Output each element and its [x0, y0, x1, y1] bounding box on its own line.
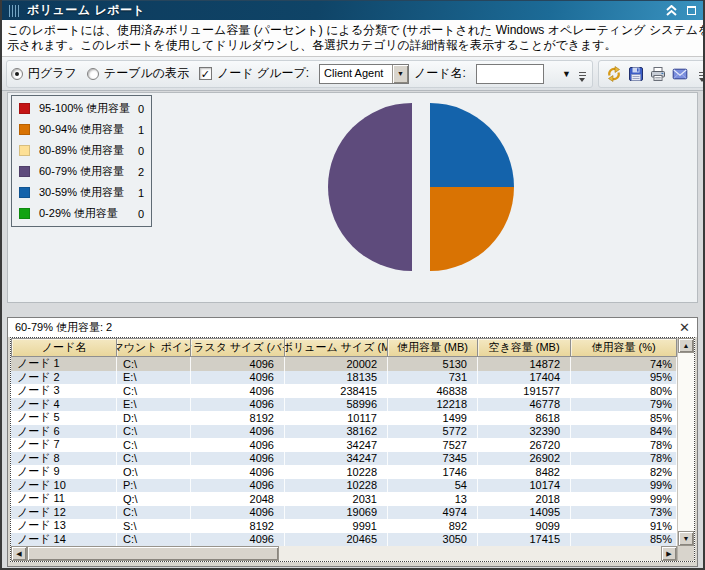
cell-volume-size: 34247	[285, 438, 388, 452]
legend-label: 0-29% 使用容量	[39, 206, 134, 221]
cell-volume-size: 10228	[285, 465, 388, 479]
maximize-icon[interactable]	[687, 6, 696, 15]
legend-item[interactable]: 95-100% 使用容量 0	[12, 98, 151, 119]
legend-count: 0	[134, 145, 144, 157]
horizontal-scroll-thumb[interactable]	[27, 546, 279, 561]
column-header-node-name[interactable]: ノード名	[11, 338, 117, 357]
check-icon: ✓	[201, 69, 210, 79]
legend-item[interactable]: 80-89% 使用容量 0	[12, 140, 151, 161]
pie-chart-radio-label[interactable]: 円グラフ	[28, 65, 77, 82]
table-row[interactable]: ノード 3 C:\ 4096 238415 46838 191577 80%	[11, 384, 677, 398]
legend-swatch	[19, 103, 30, 114]
cell-mount-point: P:\	[117, 479, 191, 493]
cell-used-mb: 13	[388, 492, 478, 506]
cell-volume-size: 34247	[285, 452, 388, 466]
toolbar-overflow-icon[interactable]	[577, 62, 588, 86]
legend-label: 60-79% 使用容量	[39, 164, 134, 179]
cell-volume-size: 58996	[285, 398, 388, 412]
column-header-free-mb[interactable]: 空き容量 (MB)	[478, 338, 571, 357]
drilldown-panel: 60-79% 使用容量: 2 ✕ ノード名 マウント ポイン クラスタ サイズ …	[7, 317, 698, 567]
cell-cluster-size: 4096	[191, 533, 285, 547]
cell-free-mb: 32390	[478, 425, 571, 439]
pie-slice-1[interactable]	[430, 187, 514, 271]
cell-used-mb: 1746	[388, 465, 478, 479]
email-icon[interactable]	[672, 66, 688, 82]
save-icon[interactable]	[628, 66, 644, 82]
refresh-icon[interactable]	[606, 66, 622, 82]
table-row[interactable]: ノード 5 D:\ 8192 10117 1499 8618 85%	[11, 411, 677, 425]
cell-free-mb: 10174	[478, 479, 571, 493]
column-header-volume-size[interactable]: ボリューム サイズ (M	[285, 338, 388, 357]
legend-label: 90-94% 使用容量	[39, 122, 134, 137]
cell-used-mb: 12218	[388, 398, 478, 412]
cell-used-mb: 7345	[388, 452, 478, 466]
legend-item[interactable]: 90-94% 使用容量 1	[12, 119, 151, 140]
close-icon[interactable]: ✕	[679, 321, 690, 334]
chevron-down-icon[interactable]: ▼	[392, 65, 408, 83]
pie-chart-radio[interactable]	[11, 68, 23, 80]
cell-cluster-size: 4096	[191, 425, 285, 439]
legend-count: 1	[134, 124, 144, 136]
table-row[interactable]: ノード 11 Q:\ 2048 2031 13 2018 99%	[11, 492, 677, 506]
volume-report-window: ボリューム レポート このレポートには、使用済みボリューム容量 (パーセント) …	[0, 0, 705, 570]
pie-slice-4[interactable]	[430, 103, 514, 187]
cell-used-mb: 46838	[388, 384, 478, 398]
cell-cluster-size: 4096	[191, 384, 285, 398]
column-header-cluster-size[interactable]: クラスタ サイズ (バイ	[191, 338, 285, 357]
table-row[interactable]: ノード 14 C:\ 4096 20465 3050 17415 85%	[11, 533, 677, 547]
legend-label: 95-100% 使用容量	[39, 101, 134, 116]
node-name-dropdown-icon[interactable]: ▼	[562, 69, 571, 79]
cell-node-name: ノード 4	[11, 398, 117, 412]
title-bar: ボリューム レポート	[2, 0, 703, 20]
table-view-radio[interactable]	[87, 68, 99, 80]
cell-cluster-size: 4096	[191, 506, 285, 520]
node-name-input[interactable]	[476, 64, 544, 84]
cell-mount-point: C:\	[117, 357, 191, 371]
description-line2: 示されます。このレポートを使用してドリルダウンし、各選択カテゴリの詳細情報を表示…	[7, 38, 698, 53]
actions-overflow-icon[interactable]	[697, 62, 705, 86]
column-header-mount-point[interactable]: マウント ポイン	[117, 338, 191, 357]
column-header-used-mb[interactable]: 使用容量 (MB)	[388, 338, 478, 357]
cell-cluster-size: 4096	[191, 479, 285, 493]
legend-item[interactable]: 0-29% 使用容量 0	[12, 203, 151, 224]
table-row[interactable]: ノード 7 C:\ 4096 34247 7527 26720 78%	[11, 438, 677, 452]
node-group-checkbox[interactable]: ✓	[199, 67, 212, 80]
cell-used-mb: 1499	[388, 411, 478, 425]
legend-item[interactable]: 30-59% 使用容量 1	[12, 182, 151, 203]
table-row[interactable]: ノード 13 S:\ 8192 9991 892 9099 91%	[11, 519, 677, 533]
cell-used-mb: 5772	[388, 425, 478, 439]
scroll-down-icon[interactable]: ▼	[678, 531, 694, 546]
cell-mount-point: C:\	[117, 438, 191, 452]
table-row[interactable]: ノード 1 C:\ 4096 20002 5130 14872 74%	[11, 357, 677, 371]
scroll-up-icon[interactable]: ▲	[678, 338, 694, 353]
legend-item[interactable]: 60-79% 使用容量 2	[12, 161, 151, 182]
chart-legend: 95-100% 使用容量 0 90-94% 使用容量 1 80-89% 使用容量…	[11, 95, 152, 227]
table-row[interactable]: ノード 6 C:\ 4096 38162 5772 32390 84%	[11, 425, 677, 439]
scroll-left-icon[interactable]: ◀	[11, 546, 27, 561]
vertical-scrollbar[interactable]: ▲ ▼	[677, 338, 694, 546]
table-row[interactable]: ノード 2 E:\ 4096 18135 731 17404 95%	[11, 371, 677, 385]
pie-slice-3[interactable]	[328, 103, 412, 271]
cell-volume-size: 19069	[285, 506, 388, 520]
table-row[interactable]: ノード 4 E:\ 4096 58996 12218 46778 79%	[11, 398, 677, 412]
table-view-radio-label[interactable]: テーブルの表示	[104, 65, 189, 82]
print-icon[interactable]	[650, 66, 666, 82]
table-row[interactable]: ノード 8 C:\ 4096 34247 7345 26902 78%	[11, 452, 677, 466]
cell-free-mb: 17415	[478, 533, 571, 547]
collapse-icon[interactable]	[665, 5, 678, 16]
vertical-scroll-track[interactable]	[678, 353, 694, 531]
table-row[interactable]: ノード 9 O:\ 4096 10228 1746 8482 82%	[11, 465, 677, 479]
table-row[interactable]: ノード 10 P:\ 4096 10228 54 10174 99%	[11, 479, 677, 493]
node-group-select[interactable]: Client Agent ▼	[319, 64, 409, 84]
table-row[interactable]: ノード 12 C:\ 4096 19069 4974 14095 73%	[11, 506, 677, 520]
cell-volume-size: 18135	[285, 371, 388, 385]
cell-free-mb: 9099	[478, 519, 571, 533]
scroll-right-icon[interactable]: ▶	[661, 546, 677, 561]
cell-mount-point: O:\	[117, 465, 191, 479]
column-header-used-pct[interactable]: 使用容量 (%)	[571, 338, 677, 357]
cell-node-name: ノード 9	[11, 465, 117, 479]
cell-used-pct: 78%	[571, 452, 677, 466]
horizontal-scroll-track[interactable]	[279, 546, 661, 561]
cell-used-pct: 80%	[571, 384, 677, 398]
horizontal-scrollbar[interactable]: ◀ ▶	[11, 546, 677, 561]
